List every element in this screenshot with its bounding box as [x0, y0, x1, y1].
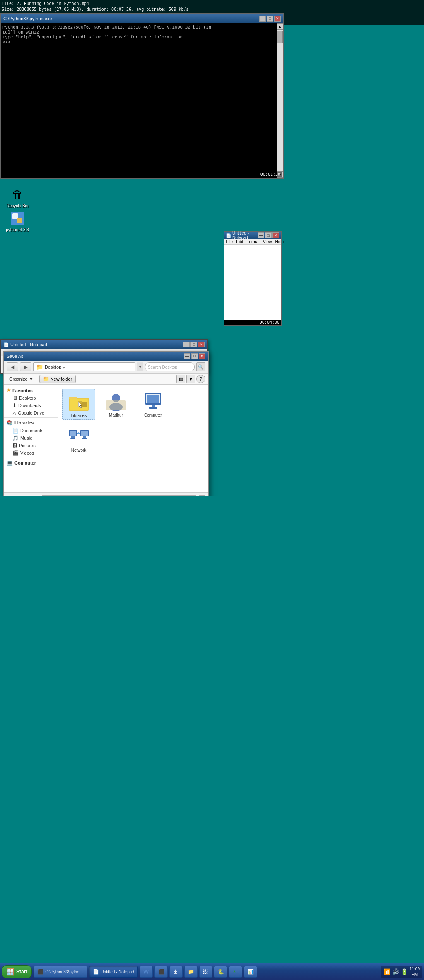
madhur-label: Madhur — [109, 413, 123, 417]
organize-button[interactable]: Organize ▼ — [7, 376, 36, 382]
word-icon: W — [143, 968, 149, 975]
file-item-computer[interactable]: Computer — [137, 389, 170, 420]
notepad-main-title: Untitled - Notepad — [10, 342, 47, 347]
scroll-up-button[interactable]: ▲ — [277, 23, 283, 30]
desktop-icon-python[interactable]: python-3.3.3 — [4, 210, 31, 232]
menu-file[interactable]: File — [226, 240, 233, 244]
sidebar-item-documents[interactable]: 📄 Documents — [4, 427, 58, 434]
desktop-icon-recycle-bin[interactable]: 🗑 Recycle Bin — [4, 186, 31, 208]
scroll-thumb[interactable] — [277, 31, 283, 43]
location-dropdown-button[interactable]: ▼ — [137, 362, 143, 371]
search-button[interactable]: 🔍 — [196, 362, 205, 371]
taskbar-btn-w[interactable]: W — [140, 966, 153, 978]
notepad-mini-maximize[interactable]: □ — [265, 232, 272, 238]
python-output-line1: Python 3.3.3 (v3.3.3:c3896275c0f6, Nov 1… — [2, 25, 275, 30]
taskbar-btn-img[interactable]: 🖼 — [199, 966, 212, 978]
svg-rect-19 — [70, 438, 75, 439]
notepad-mini-close[interactable]: ✕ — [272, 232, 279, 238]
saveas-maximize-btn[interactable]: □ — [191, 353, 198, 359]
forward-button[interactable]: ▶ — [20, 362, 31, 371]
computer-header: 💻 Computer — [4, 459, 58, 467]
taskbar-btn-db[interactable]: 🗄 — [169, 966, 183, 978]
view-mode-button[interactable]: ▤ — [176, 375, 186, 383]
network-label: Network — [71, 448, 87, 453]
notepad-mini-body[interactable] — [224, 245, 281, 320]
python-titlebar: C:\Python33\python.exe — □ ✕ — [1, 14, 283, 23]
taskbar-btn-py2[interactable]: 🐍 — [214, 966, 227, 978]
file-item-madhur[interactable]: Madhur — [99, 389, 132, 420]
maximize-button[interactable]: □ — [267, 16, 273, 22]
video-info-line2: Size: 28368055 bytes (27.05 MiB), durati… — [2, 7, 422, 12]
notepad-close-btn[interactable]: ✕ — [198, 342, 205, 347]
saveas-minimize-btn[interactable]: — — [184, 353, 190, 359]
taskbar-btn-python[interactable]: ⬛ C:\Python33\python.exe — [34, 966, 87, 978]
python-body[interactable]: Python 3.3.3 (v3.3.3:c3896275c0f6, Nov 1… — [1, 23, 283, 178]
svg-rect-14 — [149, 407, 157, 409]
notepad-mini-minimize[interactable]: — — [258, 232, 264, 238]
timestamp-1: 00:01:30 — [259, 172, 282, 177]
minimize-button[interactable]: — — [259, 16, 266, 22]
python-scrollbar[interactable]: ▲ ▼ — [277, 23, 283, 178]
python-output-line2: tel)] on win32 — [2, 30, 275, 35]
sidebar-item-desktop[interactable]: 🖥 Desktop — [4, 394, 58, 402]
computer-label: Computer — [144, 413, 162, 417]
madhur-icon — [105, 391, 127, 412]
notepad-mini-title: Untitled - Notepad — [232, 231, 258, 240]
svg-rect-13 — [152, 405, 155, 407]
taskbar-btn-cmd[interactable]: ⬛ — [154, 966, 168, 978]
libraries-icon: 📚 — [7, 420, 13, 426]
close-button[interactable]: ✕ — [274, 16, 281, 22]
sidebar-item-googledrive[interactable]: △ Google Drive — [4, 409, 58, 417]
location-arrow-icon: ▸ — [63, 365, 65, 369]
downloads-icon: ⬇ — [12, 403, 17, 408]
volume-tray-icon[interactable]: 🔊 — [392, 968, 399, 975]
googledrive-icon: △ — [12, 410, 16, 416]
taskbar: 🪟 Start ⬛ C:\Python33\python.exe 📄 Untit… — [0, 963, 424, 980]
network-tray-icon[interactable]: 📶 — [383, 968, 390, 975]
pictures-icon: 🖼 — [12, 443, 17, 448]
search-bar[interactable]: Search Desktop — [145, 362, 195, 371]
python-icon — [9, 210, 26, 227]
sidebar-separator-1 — [4, 417, 58, 418]
new-folder-button[interactable]: 📁 New folder — [39, 375, 76, 383]
new-folder-label: New folder — [51, 376, 72, 381]
video-info-line1: File: 2. Running Code in Python.mp4 — [2, 1, 422, 7]
saveas-actions: Organize ▼ 📁 New folder ▤ ▼ ? — [4, 374, 208, 385]
svg-rect-17 — [70, 431, 76, 436]
location-bar[interactable]: 📁 Desktop ▸ — [33, 362, 135, 371]
taskbar-btn-notepad[interactable]: 📄 Untitled - Notepad — [89, 966, 138, 978]
file-item-network[interactable]: Network — [62, 424, 95, 454]
notepad-minimize-btn[interactable]: — — [183, 342, 190, 347]
menu-view[interactable]: View — [263, 240, 272, 244]
back-button[interactable]: ◀ — [7, 362, 18, 371]
image-icon: 🖼 — [203, 969, 208, 975]
view-dropdown-button[interactable]: ▼ — [186, 375, 195, 383]
saveas-close-btn[interactable]: ✕ — [199, 353, 205, 359]
notepad-maximize-btn[interactable]: □ — [190, 342, 197, 347]
start-button[interactable]: 🪟 Start — [2, 965, 32, 978]
menu-help[interactable]: Help — [275, 240, 284, 244]
sidebar-separator-2 — [4, 458, 58, 458]
help-button[interactable]: ? — [196, 375, 205, 383]
battery-tray-icon[interactable]: 🔋 — [401, 968, 408, 975]
sidebar-item-music[interactable]: 🎵 Music — [4, 434, 58, 442]
sidebar-item-videos[interactable]: 🎬 Videos — [4, 449, 58, 457]
recycle-bin-icon: 🗑 — [9, 186, 26, 203]
taskbar-btn-excel[interactable]: X — [229, 966, 242, 978]
svg-rect-23 — [82, 438, 87, 439]
system-tray: 📶 🔊 🔋 11:09 PM — [381, 966, 422, 978]
menu-edit[interactable]: Edit — [236, 240, 243, 244]
tray-clock[interactable]: 11:09 PM — [410, 966, 420, 977]
sidebar-item-pictures[interactable]: 🖼 Pictures — [4, 442, 58, 449]
star-icon: ★ — [7, 388, 11, 393]
svg-rect-4 — [69, 397, 77, 399]
taskbar-btn-misc[interactable]: 📊 — [244, 966, 257, 978]
menu-format[interactable]: Format — [246, 240, 260, 244]
videos-icon: 🎬 — [12, 450, 19, 456]
taskbar-btn-folder[interactable]: 📁 — [184, 966, 198, 978]
sidebar-item-downloads[interactable]: ⬇ Downloads — [4, 402, 58, 409]
organize-label: Organize ▼ — [9, 376, 34, 381]
saveas-sidebar: ★ Favorites 🖥 Desktop ⬇ Downloads △ Goog… — [4, 385, 58, 492]
file-item-libraries[interactable]: Libraries — [62, 389, 95, 420]
libraries-label: Libraries — [71, 413, 87, 418]
